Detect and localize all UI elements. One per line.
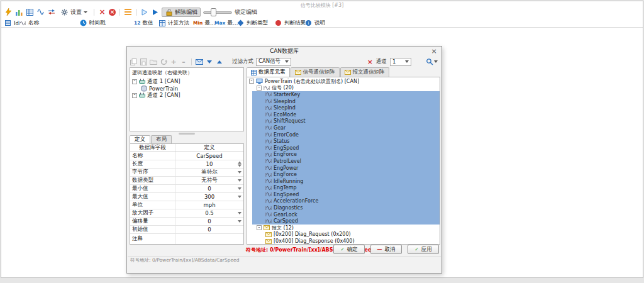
field-control[interactable] <box>238 196 242 198</box>
grid-icon[interactable] <box>26 8 34 16</box>
cancel-button[interactable]: 取消 <box>370 245 402 254</box>
tree-signal-item[interactable]: StarterKey <box>252 91 440 98</box>
tree-signal-item[interactable]: ShiftRequest <box>252 118 440 125</box>
column-header-min[interactable]: Min 最… <box>193 19 215 27</box>
tab-message-matrix[interactable]: 报文通信矩阵 <box>340 67 389 77</box>
tree-signal-item[interactable]: EngForce <box>252 152 440 158</box>
tree-signal-item[interactable]: EngPower <box>252 165 440 172</box>
save-icon[interactable] <box>140 58 147 65</box>
expander-icon[interactable] <box>249 79 254 84</box>
release-edit-button[interactable]: 解除编辑 <box>162 8 201 17</box>
tree-signal-item[interactable]: EngForce <box>252 171 440 178</box>
info-icon <box>304 19 313 27</box>
field-control[interactable] <box>238 220 242 223</box>
column-header-max[interactable]: Max 最… <box>214 19 238 27</box>
clear-filter-icon[interactable] <box>367 58 373 66</box>
field-value-cell[interactable]: 0 <box>175 218 243 225</box>
tree-message-item[interactable]: [0x200] Diag_Request (0x200) <box>247 231 440 238</box>
tree-signal-item[interactable]: EngTemp <box>252 185 440 192</box>
edit-lock-slider[interactable] <box>203 8 232 16</box>
column-header-timestamp[interactable]: 时间戳 <box>79 19 106 27</box>
field-value-cell[interactable]: 无符号 <box>175 177 243 184</box>
field-value-cell[interactable]: 0.5 <box>175 209 243 217</box>
field-value-cell[interactable]: 英特尔 <box>175 169 243 176</box>
tree-signal-item[interactable]: AccelerationForce <box>252 198 440 205</box>
expand-all-icon[interactable] <box>206 58 213 65</box>
cancel-icon[interactable] <box>109 9 116 16</box>
settings-button[interactable]: 设置 <box>58 8 90 17</box>
bolt-icon[interactable] <box>4 8 13 16</box>
search-button[interactable] <box>426 58 438 65</box>
tab-database-elements[interactable]: 数据库元素 <box>247 67 290 77</box>
field-control[interactable] <box>238 187 242 190</box>
field-value-cell[interactable] <box>175 234 243 244</box>
play-outline-icon[interactable] <box>140 8 148 16</box>
field-value-cell[interactable]: CarSpeed <box>175 152 243 160</box>
field-control[interactable] <box>238 162 242 167</box>
field-value-cell[interactable]: 0 <box>175 226 243 233</box>
channel-combobox[interactable]: 1 <box>390 58 411 66</box>
wave-icon[interactable] <box>36 8 45 16</box>
column-header-judge-type[interactable]: 判断类型 <box>236 19 268 27</box>
field-value-cell[interactable]: 0 <box>175 185 243 192</box>
copy-icon[interactable] <box>130 58 137 65</box>
tree-signal-item[interactable]: EcoMode <box>252 111 440 118</box>
expander-icon[interactable] <box>257 225 262 230</box>
ok-button[interactable]: 确定 <box>333 245 365 254</box>
close-icon[interactable] <box>98 8 106 16</box>
tree-signal-item[interactable]: CarSpeed <box>252 218 440 225</box>
compare-arrows-icon[interactable] <box>47 8 55 16</box>
minus-icon[interactable] <box>180 58 187 65</box>
column-header-calc-method[interactable]: 计算方法 <box>158 19 189 27</box>
tree-message-item[interactable]: [0x400] Diag_Response (0x400) <box>247 238 440 245</box>
tree-signal-item[interactable]: Gear <box>252 125 440 131</box>
column-header-description[interactable]: 说明 <box>304 19 325 27</box>
column-header-name[interactable]: 名称 <box>18 19 39 27</box>
tab-layout[interactable]: 布局 <box>151 135 172 143</box>
field-value-cell[interactable]: mph <box>175 201 243 209</box>
plus-icon[interactable] <box>170 58 177 65</box>
tab-definition[interactable]: 定义 <box>130 135 150 143</box>
apply-button[interactable]: 应用 <box>408 245 439 254</box>
field-control[interactable] <box>238 212 242 214</box>
expander-icon[interactable] <box>257 86 262 91</box>
chart-icon[interactable] <box>15 8 23 16</box>
play-icon[interactable] <box>151 8 159 16</box>
tab-signal-matrix[interactable]: 信号通信矩阵 <box>291 67 340 77</box>
list-icon[interactable] <box>124 8 132 16</box>
tree-group-signals[interactable]: 信号 (20) <box>247 85 440 92</box>
tree-channel-1[interactable]: 通道 1 [CAN] <box>132 78 242 85</box>
folder-icon[interactable] <box>150 58 157 65</box>
field-value-cell[interactable]: 300 <box>175 193 243 201</box>
column-header-value[interactable]: 12 数值 <box>134 19 153 27</box>
table-row: 名称 CarSpeed <box>130 152 243 160</box>
tree-signal-item[interactable]: SleepInd <box>252 98 440 105</box>
expander-icon[interactable] <box>132 93 137 98</box>
tree-powertrain-db[interactable]: PowerTrain <box>132 85 242 92</box>
tree-root-powertrain[interactable]: PowerTrain (右击此处以设置别名) [CAN] <box>247 78 440 85</box>
tree-signal-item[interactable]: GearLock <box>252 211 440 218</box>
mail-icon[interactable] <box>196 58 203 65</box>
collapse-all-icon[interactable] <box>216 58 223 65</box>
field-control[interactable] <box>238 179 242 182</box>
tree-signal-item[interactable]: EngSpeed <box>252 145 440 152</box>
tree-signal-item[interactable]: ErrorCode <box>252 131 440 138</box>
refresh-icon[interactable] <box>160 58 167 65</box>
dialog-titlebar[interactable]: CAN数据库 <box>127 47 441 56</box>
column-header-id[interactable]: Id <box>4 19 19 27</box>
filter-combobox[interactable]: CAN信号 <box>256 58 291 66</box>
expander-icon[interactable] <box>132 79 137 84</box>
slider-handle[interactable] <box>211 8 216 16</box>
tree-signal-item[interactable]: PetrolLevel <box>252 158 440 165</box>
tree-group-messages[interactable]: 报文 (12) <box>247 225 440 231</box>
field-value-cell[interactable]: 10 <box>175 160 243 168</box>
dialog-close-button[interactable] <box>430 47 438 55</box>
column-header-judge-result[interactable]: 判断结果 <box>274 19 306 27</box>
tree-signal-item[interactable]: EngSpeed <box>252 191 440 198</box>
tree-signal-item[interactable]: SleepInd <box>252 104 440 111</box>
tree-channel-2[interactable]: 通道 2 [CAN] <box>132 92 242 99</box>
tree-signal-item[interactable]: Status <box>252 138 440 145</box>
tree-signal-item[interactable]: IdleRunning <box>252 178 440 185</box>
tree-signal-item[interactable]: Diagnostics <box>252 204 440 211</box>
field-control[interactable] <box>238 171 242 174</box>
